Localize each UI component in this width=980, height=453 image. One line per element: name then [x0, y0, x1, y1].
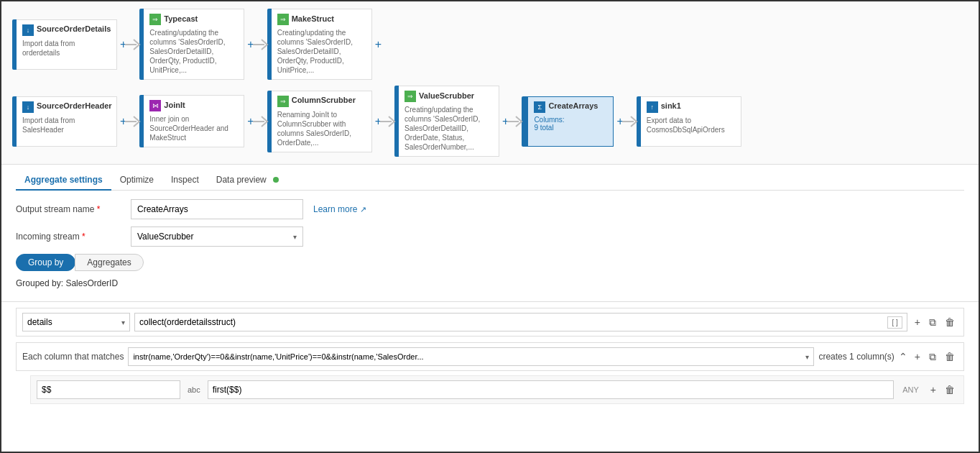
inner-actions: + 🗑 [928, 383, 958, 397]
aggregates-toggle[interactable]: Aggregates [75, 254, 143, 271]
node-desc: Creating/updating the columns 'SalesOrde… [277, 28, 366, 75]
node-header: ⇒ ValueScrubber [405, 91, 493, 102]
aggregate-icon: Σ [534, 101, 545, 113]
match-expr-text: instr(name,'OrderQty')==0&&instr(name,'U… [133, 352, 423, 361]
agg-select-chevron-icon: ▾ [121, 319, 125, 326]
inner-delete-button[interactable]: 🗑 [942, 383, 958, 397]
join-icon: ⋈ [149, 100, 161, 111]
pipe-arrow [125, 104, 142, 139]
source-icon: ↓ [22, 101, 34, 113]
pipe-arrow [507, 104, 524, 139]
agg-column-select[interactable]: details ▾ [22, 313, 130, 331]
pipe-arrow [125, 27, 142, 63]
node-plus-3[interactable]: + [374, 38, 383, 51]
transform-icon: ⇒ [405, 91, 416, 102]
output-stream-input[interactable] [131, 199, 303, 219]
agg-expression[interactable]: collect(orderdetailsstruct) [ ] [134, 313, 907, 331]
tab-optimize[interactable]: Optimize [111, 170, 162, 191]
divider [1, 301, 979, 302]
node-typecast[interactable]: ⇒ Typecast Creating/updating the columns… [139, 9, 244, 80]
node-title: Typecast [164, 14, 198, 23]
node-sink1[interactable]: ↑ sink1 Export data to CosmosDbSqlApiOrd… [637, 96, 741, 147]
incoming-stream-row: Incoming stream * ValueScrubber ▾ [16, 226, 964, 247]
learn-more-link[interactable]: Learn more ↗ [313, 204, 366, 214]
node-columns-label: Columns: [534, 116, 607, 124]
tabs: Aggregate settings Optimize Inspect Data… [16, 165, 964, 191]
inner-add-button[interactable]: + [928, 383, 939, 397]
node-body-active: Σ CreateArrays Columns: 9 total [527, 96, 614, 147]
node-header: ⋈ JoinIt [149, 100, 238, 111]
main-container: ↓ SourceOrderDetails Import data from or… [0, 0, 980, 453]
node-title: ValueScrubber [419, 91, 474, 100]
node-desc: Import data from orderdetails [22, 39, 111, 58]
inner-type-badge: abc [185, 385, 203, 394]
sink-icon: ↑ [647, 101, 658, 113]
transform-icon: ⇒ [149, 14, 161, 25]
node-title: sink1 [661, 101, 681, 110]
required-star2: * [80, 232, 85, 242]
pipe-arrow [253, 104, 270, 139]
node-header: ↑ sink1 [647, 101, 735, 113]
match-add-button[interactable]: + [912, 349, 923, 364]
grouped-by-label: Grouped by: SalesOrderID [16, 278, 964, 288]
node-title: MakeStruct [292, 14, 334, 23]
output-stream-row: Output stream name * Learn more ↗ [16, 199, 964, 219]
agg-copy-button[interactable]: ⧉ [926, 315, 939, 330]
node-make-struct[interactable]: ⇒ MakeStruct Creating/updating the colum… [267, 9, 372, 80]
node-desc: Creating/updating the columns 'SalesOrde… [405, 105, 493, 152]
node-title: SourceOrderHeader [37, 101, 112, 110]
agg-actions: + ⧉ 🗑 [912, 315, 958, 330]
node-header: Σ CreateArrays [534, 101, 607, 113]
match-collapse-icon[interactable]: ⌃ [899, 351, 907, 362]
transform-icon: ⇒ [277, 96, 289, 107]
node-header: ⇒ Typecast [149, 14, 238, 25]
node-body: ↓ SourceOrderDetails Import data from or… [17, 19, 117, 70]
match-delete-button[interactable]: 🗑 [942, 349, 958, 364]
node-header: ⇒ MakeStruct [277, 14, 366, 25]
match-actions: + ⧉ 🗑 [912, 349, 958, 365]
tab-inspect[interactable]: Inspect [162, 170, 208, 191]
node-header: ↓ SourceOrderDetails [22, 24, 111, 36]
node-body: ⇒ ValueScrubber Creating/updating the co… [399, 86, 499, 157]
inner-row: $$ abc first($$) ANY + 🗑 [30, 375, 964, 404]
match-copy-button[interactable]: ⧉ [926, 349, 939, 365]
inner-any-label: ANY [898, 385, 923, 394]
incoming-stream-label: Incoming stream * [16, 232, 131, 242]
group-by-toggle[interactable]: Group by [16, 254, 75, 271]
node-source-order-details[interactable]: ↓ SourceOrderDetails Import data from or… [12, 19, 117, 70]
tab-aggregate-settings[interactable]: Aggregate settings [16, 170, 111, 191]
node-create-arrays[interactable]: Σ CreateArrays Columns: 9 total [522, 96, 614, 147]
node-body: ⇒ Typecast Creating/updating the columns… [144, 9, 244, 80]
match-row: Each column that matches instr(name,'Ord… [16, 342, 964, 371]
node-body: ⇒ ColumnScrubber Renaming JoinIt to Colu… [272, 91, 372, 152]
tab-data-preview[interactable]: Data preview [208, 170, 287, 191]
node-body: ⋈ JoinIt Inner join on SourceOrderHeader… [144, 95, 244, 147]
select-chevron-icon: ▾ [293, 233, 297, 241]
agg-delete-button[interactable]: 🗑 [942, 315, 958, 329]
transform-icon: ⇒ [277, 14, 289, 25]
node-value-scrubber[interactable]: ⇒ ValueScrubber Creating/updating the co… [394, 86, 499, 157]
node-desc: Export data to CosmosDbSqlApiOrders [647, 116, 735, 134]
node-title: JoinIt [164, 101, 185, 109]
node-body: ↓ SourceOrderHeader Import data from Sal… [17, 96, 117, 147]
external-link-icon: ↗ [360, 205, 366, 214]
node-column-scrubber[interactable]: ⇒ ColumnScrubber Renaming JoinIt to Colu… [267, 91, 372, 152]
agg-add-button[interactable]: + [912, 315, 923, 329]
incoming-stream-select[interactable]: ValueScrubber ▾ [131, 226, 303, 247]
node-body: ↑ sink1 Export data to CosmosDbSqlApiOrd… [641, 96, 741, 147]
toggle-group: Group by Aggregates [16, 254, 964, 271]
inner-field[interactable]: $$ [37, 380, 180, 399]
data-preview-dot [273, 177, 279, 183]
form-section: Output stream name * Learn more ↗ Incomi… [16, 191, 964, 301]
inner-expression[interactable]: first($$) [208, 380, 894, 399]
node-join-it[interactable]: ⋈ JoinIt Inner join on SourceOrderHeader… [139, 95, 244, 147]
node-desc: Renaming JoinIt to ColumnScrubber with c… [277, 110, 366, 147]
aggregate-row: details ▾ collect(orderdetailsstruct) [ … [16, 308, 964, 337]
match-expression[interactable]: instr(name,'OrderQty')==0&&instr(name,'U… [128, 347, 814, 366]
match-chevron-icon: ▾ [805, 353, 809, 361]
pipeline-row-1: ↓ SourceOrderDetails Import data from or… [12, 9, 968, 80]
output-stream-label: Output stream name * [16, 204, 131, 214]
node-title: ColumnScrubber [292, 96, 356, 104]
node-title: SourceOrderDetails [37, 24, 111, 33]
node-source-order-header[interactable]: ↓ SourceOrderHeader Import data from Sal… [12, 96, 117, 147]
